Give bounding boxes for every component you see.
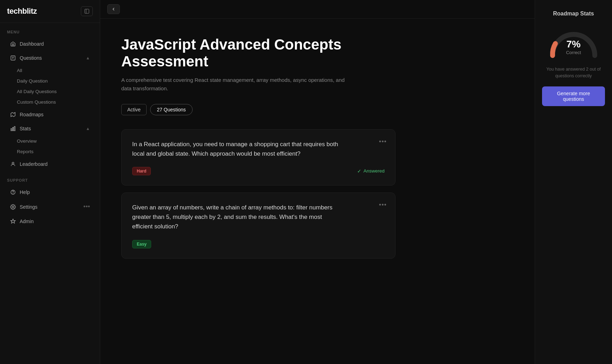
questions-chevron-icon: ▲ xyxy=(86,56,90,60)
leaderboard-icon xyxy=(10,161,16,167)
question-2-text: Given an array of numbers, write a chain… xyxy=(132,203,343,232)
settings-more-icon: ••• xyxy=(83,203,90,210)
stats-icon xyxy=(10,125,16,132)
sidebar-item-help-label: Help xyxy=(20,189,30,195)
sidebar-item-questions-label: Questions xyxy=(20,55,42,61)
app-logo: techblitz xyxy=(7,7,37,16)
stats-description: You have answered 2 out of questions cor… xyxy=(542,66,605,79)
svg-rect-6 xyxy=(13,128,14,131)
sidebar-subitem-custom-questions[interactable]: Custom Questions xyxy=(17,97,97,107)
status-badge: Active xyxy=(121,104,147,115)
questions-icon xyxy=(10,55,16,61)
question-card-2: ••• Given an array of numbers, write a c… xyxy=(121,193,395,259)
sidebar-item-stats[interactable]: Stats ▲ xyxy=(3,122,97,135)
generate-more-button[interactable]: Generate more questions xyxy=(542,86,605,106)
svg-point-10 xyxy=(13,193,13,194)
svg-rect-0 xyxy=(85,9,89,13)
sidebar-subitem-reports[interactable]: Reports xyxy=(17,147,97,157)
question-count-badge: 27 Questions xyxy=(150,104,193,115)
sidebar-item-questions[interactable]: Questions ▲ xyxy=(3,51,97,65)
sidebar-item-settings[interactable]: Settings ••• xyxy=(3,200,97,214)
admin-icon xyxy=(10,218,16,225)
sidebar-subitem-overview[interactable]: Overview xyxy=(17,136,97,146)
settings-icon xyxy=(10,204,16,210)
sidebar: techblitz Menu Dashboard xyxy=(0,0,100,364)
check-icon: ✓ xyxy=(357,168,361,174)
sidebar-item-dashboard[interactable]: Dashboard xyxy=(3,37,97,51)
gauge-label: Correct xyxy=(566,50,581,55)
assessment-title: JavaScript Advanced Concepts Assessment xyxy=(121,36,395,70)
stats-submenu: Overview Reports xyxy=(0,136,100,157)
gauge-chart: 7% Correct xyxy=(546,24,602,59)
svg-rect-7 xyxy=(14,126,15,131)
right-panel: Roadmap Stats 7% Correct You have answer… xyxy=(535,0,612,364)
gauge-percent: 7% xyxy=(566,39,581,50)
support-label: Support xyxy=(0,171,100,185)
sidebar-item-help[interactable]: Help xyxy=(3,186,97,199)
sidebar-item-admin-label: Admin xyxy=(20,219,34,224)
roadmap-stats-title: Roadmap Stats xyxy=(553,11,594,17)
sidebar-item-stats-label: Stats xyxy=(20,126,31,131)
question-2-difficulty: Easy xyxy=(132,240,151,248)
main-wrapper: JavaScript Advanced Concepts Assessment … xyxy=(100,0,612,364)
top-bar xyxy=(100,0,535,19)
questions-submenu: All Daily Question All Daily Questions C… xyxy=(0,65,100,108)
roadmaps-icon xyxy=(10,111,16,118)
sidebar-item-leaderboard[interactable]: Leaderboard xyxy=(3,157,97,171)
question-1-difficulty: Hard xyxy=(132,167,151,175)
sidebar-subitem-all[interactable]: All xyxy=(17,65,97,76)
sidebar-subitem-all-daily-questions[interactable]: All Daily Questions xyxy=(17,86,97,97)
content-body: JavaScript Advanced Concepts Assessment … xyxy=(100,19,417,283)
question-1-footer: Hard ✓ Answered xyxy=(132,167,385,175)
sidebar-item-leaderboard-label: Leaderboard xyxy=(20,161,47,167)
sidebar-header: techblitz xyxy=(0,0,100,23)
question-1-answered-label: Answered xyxy=(363,168,385,174)
sidebar-item-roadmaps-label: Roadmaps xyxy=(20,112,44,117)
svg-rect-5 xyxy=(11,129,12,131)
back-button[interactable] xyxy=(107,4,120,14)
sidebar-item-settings-label: Settings xyxy=(20,204,38,210)
question-2-footer: Easy xyxy=(132,240,385,248)
sidebar-item-dashboard-label: Dashboard xyxy=(20,41,44,47)
gauge-text: 7% Correct xyxy=(566,39,581,55)
question-1-answered: ✓ Answered xyxy=(357,168,385,174)
question-2-more-button[interactable]: ••• xyxy=(379,201,387,209)
main-content: JavaScript Advanced Concepts Assessment … xyxy=(100,0,535,364)
sidebar-item-admin[interactable]: Admin xyxy=(3,215,97,228)
stats-chevron-icon: ▲ xyxy=(86,126,90,131)
sidebar-toggle-button[interactable] xyxy=(81,6,93,16)
help-icon xyxy=(10,189,16,195)
question-1-more-button[interactable]: ••• xyxy=(379,138,387,145)
assessment-badges: Active 27 Questions xyxy=(121,104,395,115)
sidebar-subitem-daily-question[interactable]: Daily Question xyxy=(17,76,97,86)
home-icon xyxy=(10,41,16,47)
question-card-1: ••• In a React application, you need to … xyxy=(121,129,395,186)
assessment-description: A comprehensive test covering React stat… xyxy=(121,76,350,93)
question-1-text: In a React application, you need to mana… xyxy=(132,139,343,158)
svg-point-8 xyxy=(12,162,14,164)
menu-label: Menu xyxy=(0,23,100,37)
svg-point-11 xyxy=(12,206,14,208)
sidebar-item-roadmaps[interactable]: Roadmaps xyxy=(3,108,97,121)
